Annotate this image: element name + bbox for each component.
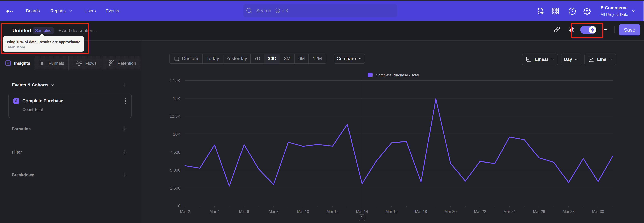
svg-text:Complete Purchase - Total: Complete Purchase - Total: [376, 73, 419, 77]
svg-text:Mar 12: Mar 12: [326, 209, 338, 214]
svg-text:Mar 18: Mar 18: [415, 209, 427, 214]
svg-text:Mar 14: Mar 14: [356, 209, 368, 214]
svg-text:Mar 8: Mar 8: [269, 209, 278, 214]
svg-text:15K: 15K: [173, 96, 180, 101]
svg-text:0: 0: [178, 203, 180, 208]
svg-text:Mar 2: Mar 2: [180, 209, 190, 214]
svg-text:Mar 22: Mar 22: [474, 209, 486, 214]
svg-text:Mar 4: Mar 4: [210, 209, 220, 214]
svg-text:17.5K: 17.5K: [170, 78, 180, 83]
svg-text:Mar 20: Mar 20: [444, 209, 457, 214]
svg-text:Mar 30: Mar 30: [592, 209, 604, 214]
svg-text:7,500: 7,500: [170, 150, 180, 155]
svg-text:Mar 6: Mar 6: [239, 209, 249, 214]
svg-text:2,500: 2,500: [170, 186, 180, 190]
svg-text:Mar 28: Mar 28: [562, 209, 574, 214]
svg-text:Mar 10: Mar 10: [297, 209, 309, 214]
svg-text:10K: 10K: [173, 132, 180, 137]
svg-text:12.5K: 12.5K: [170, 114, 180, 119]
svg-text:Mar 26: Mar 26: [533, 209, 545, 214]
svg-text:5,000: 5,000: [170, 168, 180, 172]
svg-text:Mar 24: Mar 24: [504, 209, 516, 214]
svg-text:Mar 16: Mar 16: [386, 209, 398, 214]
